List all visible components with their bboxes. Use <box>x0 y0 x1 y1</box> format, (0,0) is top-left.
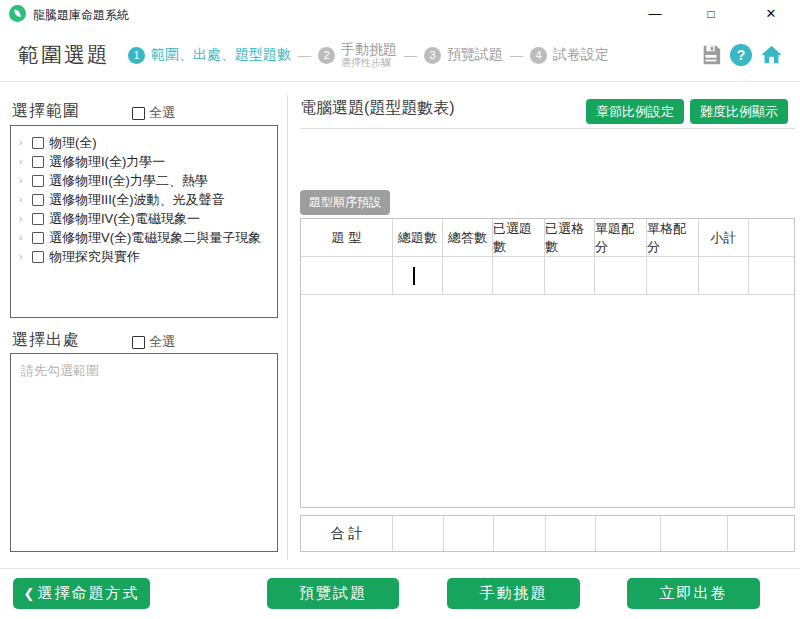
tree-item-elective-3[interactable]: › 選修物理III(全)波動、光及聲音 <box>15 190 273 209</box>
maximize-button[interactable]: □ <box>688 0 734 28</box>
step-separator: — <box>510 48 523 63</box>
table-empty-row <box>301 257 794 295</box>
col-header-total-q: 總題數 <box>393 219 443 257</box>
cell-score-per-q[interactable] <box>595 257 647 295</box>
step-2-number: 2 <box>318 47 335 64</box>
step-separator: — <box>298 48 311 63</box>
text-caret <box>413 267 415 285</box>
help-glyph: ? <box>737 47 746 63</box>
cell-subtotal[interactable] <box>699 257 749 295</box>
total-cell <box>393 516 444 551</box>
expand-chevron-icon[interactable]: › <box>19 194 27 205</box>
back-chevron-icon: ❮ <box>24 586 35 601</box>
tree-item-checkbox[interactable] <box>32 232 44 244</box>
tree-item-label: 選修物理I(全)力學一 <box>49 153 165 171</box>
back-to-method-button[interactable]: ❮選擇命題方式 <box>13 578 150 609</box>
tree-item-physics-all[interactable]: › 物理(全) <box>15 133 273 152</box>
expand-chevron-icon[interactable]: › <box>19 175 27 186</box>
expand-chevron-icon[interactable]: › <box>19 232 27 243</box>
window-title: 龍騰題庫命題系統 <box>33 7 129 24</box>
question-type-table: 題 型 總題數 總答數 已選題數 已選格數 單題配分 單格配分 小計 <box>300 218 795 508</box>
total-label: 合 計 <box>301 516 393 551</box>
save-icon[interactable] <box>700 44 722 66</box>
expand-chevron-icon[interactable]: › <box>19 156 27 167</box>
tree-item-checkbox[interactable] <box>32 156 44 168</box>
step-2-sublabel: 選擇性步驟 <box>341 57 397 69</box>
expand-chevron-icon[interactable]: › <box>19 213 27 224</box>
tree-item-label: 選修物理III(全)波動、光及聲音 <box>49 191 225 209</box>
range-tree-box: › 物理(全) › 選修物理I(全)力學一 › 選修物理II(全)力學二、熱學 … <box>10 125 278 318</box>
manual-pick-button[interactable]: 手動挑題 <box>447 578 580 609</box>
total-cell <box>444 516 494 551</box>
tree-item-label: 選修物理V(全)電磁現象二與量子現象 <box>49 229 261 247</box>
range-tree: › 物理(全) › 選修物理I(全)力學一 › 選修物理II(全)力學二、熱學 … <box>11 126 277 273</box>
source-select-all[interactable]: 全選 <box>132 333 175 351</box>
col-header-score-per-g: 單格配分 <box>647 219 699 257</box>
app-header: 範圍選題 1 範圍、出處、題型題數 — 2 手動挑題 選擇性步驟 — 3 預覽試… <box>0 28 800 82</box>
tree-item-inquiry-practice[interactable]: › 物理探究與實作 <box>15 247 273 266</box>
source-select-all-checkbox[interactable] <box>132 336 145 349</box>
home-icon[interactable] <box>760 44 783 66</box>
cell-score-per-g[interactable] <box>647 257 699 295</box>
expand-chevron-icon[interactable]: › <box>19 137 27 148</box>
difficulty-ratio-button[interactable]: 難度比例顯示 <box>690 99 788 124</box>
panel-divider <box>287 95 288 560</box>
preview-questions-button[interactable]: 預覽試題 <box>267 578 399 609</box>
col-header-selected-q: 已選題數 <box>493 219 545 257</box>
step-2-manual-pick[interactable]: 2 手動挑題 選擇性步驟 <box>318 41 397 69</box>
tree-item-elective-2[interactable]: › 選修物理II(全)力學二、熱學 <box>15 171 273 190</box>
source-placeholder-text: 請先勾選範圍 <box>11 354 277 388</box>
source-select-all-label: 全選 <box>149 333 175 351</box>
close-button[interactable]: ✕ <box>748 0 794 28</box>
step-1-range[interactable]: 1 範圍、出處、題型題數 <box>128 46 291 64</box>
source-section-header: 選擇出處 全選 <box>12 330 267 351</box>
table-header-row: 題 型 總題數 總答數 已選題數 已選格數 單題配分 單格配分 小計 <box>301 219 794 257</box>
minimize-button[interactable]: — <box>632 0 678 28</box>
tree-item-elective-5[interactable]: › 選修物理V(全)電磁現象二與量子現象 <box>15 228 273 247</box>
total-cell <box>728 516 794 551</box>
tree-item-checkbox[interactable] <box>32 137 44 149</box>
step-3-label: 預覽試題 <box>447 46 503 64</box>
cell-selected-g[interactable] <box>545 257 595 295</box>
tree-item-label: 物理探究與實作 <box>49 248 140 266</box>
step-3-preview[interactable]: 3 預覽試題 <box>424 46 503 64</box>
tree-item-checkbox[interactable] <box>32 194 44 206</box>
help-icon[interactable]: ? <box>730 44 752 66</box>
col-header-spacer <box>749 219 794 257</box>
col-header-score-per-q: 單題配分 <box>595 219 647 257</box>
cell-total-a[interactable] <box>443 257 493 295</box>
tree-item-elective-1[interactable]: › 選修物理I(全)力學一 <box>15 152 273 171</box>
total-cell <box>546 516 596 551</box>
tree-item-elective-4[interactable]: › 選修物理IV(全)電磁現象一 <box>15 209 273 228</box>
source-section-title: 選擇出處 <box>12 330 80 351</box>
expand-chevron-icon[interactable]: › <box>19 251 27 262</box>
cell-total-q[interactable] <box>393 257 443 295</box>
step-1-label: 範圍、出處、題型題數 <box>151 46 291 64</box>
cell-selected-q[interactable] <box>493 257 545 295</box>
col-header-type: 題 型 <box>301 219 393 257</box>
total-row: 合 計 <box>300 515 795 552</box>
tree-item-label: 選修物理II(全)力學二、熱學 <box>49 172 208 190</box>
generate-paper-button[interactable]: 立即出卷 <box>627 578 760 609</box>
cell-spacer <box>749 257 794 295</box>
tree-item-checkbox[interactable] <box>32 251 44 263</box>
step-4-paper-settings[interactable]: 4 試卷設定 <box>530 46 609 64</box>
step-2-label: 手動挑題 <box>341 41 397 57</box>
tree-item-label: 物理(全) <box>49 134 97 152</box>
app-logo-icon <box>9 5 26 22</box>
footer-divider <box>0 568 800 569</box>
chapter-ratio-button[interactable]: 章節比例設定 <box>586 99 684 124</box>
page-title: 範圍選題 <box>18 41 110 69</box>
cell-type[interactable] <box>301 257 393 295</box>
source-list-box: 請先勾選範圍 <box>10 353 278 552</box>
step-separator: — <box>404 48 417 63</box>
total-cell <box>596 516 661 551</box>
col-header-total-a: 總答數 <box>443 219 493 257</box>
step-wizard: 1 範圍、出處、題型題數 — 2 手動挑題 選擇性步驟 — 3 預覽試題 — 4… <box>128 28 609 82</box>
total-cell <box>494 516 546 551</box>
step-4-label: 試卷設定 <box>553 46 609 64</box>
total-cell <box>661 516 728 551</box>
tree-item-checkbox[interactable] <box>32 175 44 187</box>
tree-item-checkbox[interactable] <box>32 213 44 225</box>
question-order-badge: 題型順序預設 <box>300 190 390 215</box>
